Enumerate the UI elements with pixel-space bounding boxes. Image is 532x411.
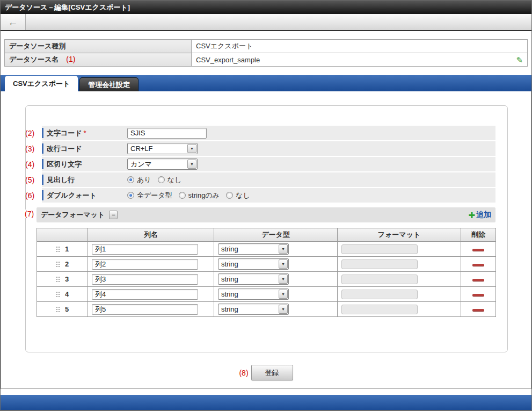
radio-unselected-icon: [226, 192, 233, 199]
column-name-input[interactable]: [92, 274, 198, 285]
table-row: 5 string ▼: [37, 302, 496, 317]
edit-pencil-icon[interactable]: ✎: [516, 56, 523, 64]
column-name-input[interactable]: [92, 259, 198, 270]
field-row-delimiter: (4) 区切り文字 カンマ ▼: [42, 157, 495, 171]
charcode-input[interactable]: [127, 128, 207, 139]
column-name-input[interactable]: [92, 304, 198, 315]
data-type-select[interactable]: string ▼: [218, 258, 289, 270]
charcode-label: 文字コード *: [42, 126, 127, 140]
format-table-header-row: 列名 データ型 フォーマット 削除: [37, 228, 496, 242]
table-row: 1 string ▼: [37, 242, 496, 257]
collapse-button[interactable]: −: [109, 211, 118, 219]
row-index-cell: 4: [37, 287, 88, 302]
radio-selected-icon: [127, 192, 134, 199]
dropdown-arrow-icon: ▼: [279, 290, 288, 299]
double-quote-radio-string-only[interactable]: stringのみ: [179, 191, 220, 200]
delimiter-label: 区切り文字: [42, 157, 127, 171]
col-header-handle: [37, 228, 88, 242]
newline-label: 改行コード: [42, 141, 127, 156]
radio-selected-icon: [127, 176, 134, 183]
datasource-name-label-cell: データソース名(1): [5, 53, 192, 67]
dropdown-arrow-icon: ▼: [279, 275, 288, 284]
row-number: 5: [65, 305, 69, 313]
delete-row-button[interactable]: [472, 279, 484, 282]
format-input-disabled: [341, 290, 418, 299]
annotation-3: (3): [25, 145, 34, 153]
datasource-name-label: データソース名: [9, 55, 59, 63]
table-row: 4 string ▼: [37, 287, 496, 302]
tab-content: (2) 文字コード * (3) 改行コード: [1, 91, 531, 389]
row-index-cell: 2: [37, 257, 88, 272]
field-row-charcode: (2) 文字コード *: [42, 126, 495, 140]
double-quote-radio-none[interactable]: なし: [226, 191, 250, 200]
add-row-label: 追加: [476, 210, 491, 220]
required-asterisk: *: [84, 129, 86, 137]
data-type-select[interactable]: string ▼: [218, 289, 289, 300]
dropdown-arrow-icon: ▼: [187, 160, 196, 169]
row-index-cell: 3: [37, 272, 88, 287]
tab-bar: CSVエクスポート 管理会社設定: [1, 75, 531, 91]
dropdown-arrow-icon: ▼: [279, 259, 288, 269]
dropdown-arrow-icon: ▼: [279, 305, 288, 314]
row-index-cell: 1: [37, 242, 88, 257]
drag-handle-icon[interactable]: [56, 261, 60, 268]
table-row: データソース種別 CSVエクスポート: [5, 40, 528, 53]
double-quote-radio-all-types[interactable]: 全データ型: [127, 191, 172, 200]
drag-handle-icon[interactable]: [56, 291, 60, 298]
datasource-info-section: データソース種別 CSVエクスポート データソース名(1) CSV_export…: [1, 31, 531, 67]
drag-handle-icon[interactable]: [56, 306, 60, 313]
delete-row-button[interactable]: [472, 264, 484, 266]
header-line-radio-nashi[interactable]: なし: [158, 175, 182, 185]
field-row-newline: (3) 改行コード CR+LF ▼: [42, 141, 495, 156]
tab-admin-company-settings[interactable]: 管理会社設定: [79, 77, 139, 91]
delimiter-select[interactable]: カンマ ▼: [127, 158, 198, 170]
data-type-select[interactable]: string ▼: [218, 304, 289, 315]
table-row: 3 string ▼: [37, 272, 496, 287]
dropdown-arrow-icon: ▼: [187, 144, 196, 153]
col-header-delete: 削除: [461, 228, 496, 242]
row-number: 2: [65, 260, 69, 268]
annotation-5: (5): [25, 176, 34, 184]
drag-handle-icon[interactable]: [56, 276, 60, 283]
newline-selected-value: CR+LF: [128, 145, 187, 153]
header-line-label: 見出し行: [42, 172, 127, 187]
newline-select[interactable]: CR+LF ▼: [127, 143, 198, 154]
submit-area: (8) 登録: [1, 365, 531, 380]
data-type-select[interactable]: string ▼: [218, 273, 289, 285]
add-row-button[interactable]: ✚ 追加: [468, 210, 491, 220]
page-title: データソース－編集[CSVエクスポート]: [5, 3, 130, 12]
row-number: 4: [65, 290, 69, 298]
annotation-4: (4): [25, 160, 34, 169]
format-table: 列名 データ型 フォーマット 削除 1 strin: [37, 228, 496, 317]
annotation-1: (1): [66, 55, 75, 63]
annotation-7: (7): [25, 210, 34, 218]
delete-row-button[interactable]: [472, 294, 484, 297]
header-line-radio-ari[interactable]: あり: [127, 175, 151, 185]
delimiter-selected-value: カンマ: [128, 160, 187, 169]
app-window: データソース－編集[CSVエクスポート] ← データソース種別 CSVエクスポー…: [0, 0, 532, 411]
col-header-data-type: データ型: [214, 228, 338, 242]
tab-csv-export[interactable]: CSVエクスポート: [5, 76, 78, 91]
drag-handle-icon[interactable]: [56, 246, 60, 253]
radio-unselected-icon: [179, 192, 186, 199]
format-input-disabled: [341, 259, 418, 269]
data-format-section-header: (7) データフォーマット − ✚ 追加: [37, 207, 495, 222]
form-panel: (2) 文字コード * (3) 改行コード: [25, 105, 508, 352]
double-quote-label: ダブルクォート: [42, 188, 127, 203]
column-name-input[interactable]: [92, 244, 198, 255]
data-type-select[interactable]: string ▼: [218, 243, 289, 255]
column-name-input[interactable]: [92, 289, 198, 300]
datasource-type-label-cell: データソース種別: [5, 40, 192, 53]
annotation-2: (2): [25, 129, 34, 138]
plus-icon: ✚: [468, 211, 475, 219]
annotation-8: (8): [239, 369, 248, 377]
back-button[interactable]: ←: [1, 14, 26, 30]
datasource-type-value-cell: CSVエクスポート: [192, 40, 528, 53]
delete-row-button[interactable]: [472, 309, 484, 312]
register-button[interactable]: 登録: [251, 365, 293, 380]
col-header-format: フォーマット: [338, 228, 461, 242]
radio-unselected-icon: [158, 176, 165, 183]
datasource-type-label: データソース種別: [9, 42, 65, 50]
dropdown-arrow-icon: ▼: [279, 244, 288, 254]
delete-row-button[interactable]: [472, 249, 484, 251]
